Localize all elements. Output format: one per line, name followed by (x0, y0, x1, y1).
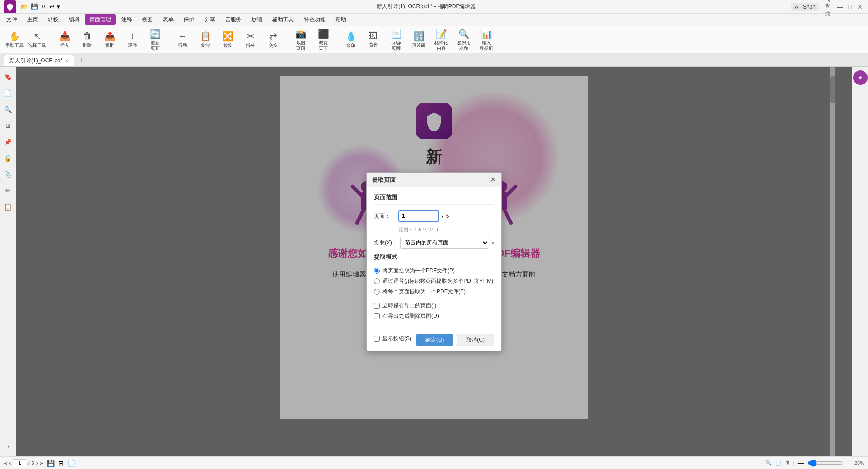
tool-insert[interactable]: 📥 插入 (54, 28, 75, 52)
tool-extract[interactable]: 📤 提取 (99, 28, 121, 52)
sidebar-search[interactable]: 🔍 (2, 103, 14, 116)
layout-icon2: ⊞ (785, 460, 789, 466)
sidebar-signs[interactable]: ✏ (2, 184, 14, 197)
next-page-btn[interactable]: › (36, 460, 38, 467)
hint-info-icon[interactable]: ℹ (436, 227, 438, 232)
extract-select[interactable]: 范围内的所有页面 奇数页面 偶数页面 (400, 237, 489, 249)
hand-icon: ✋ (9, 31, 20, 42)
confirm-btn[interactable]: 确定(O) (416, 334, 453, 346)
thumbnail-view-btn[interactable]: ⊞ (58, 460, 64, 467)
last-page-btn[interactable]: » (40, 460, 43, 467)
tool-reorder[interactable]: 🔄 重新页面 (144, 28, 166, 52)
menu-annotation[interactable]: 注释 (117, 14, 137, 25)
menu-edit[interactable]: 编辑 (64, 14, 84, 25)
tool-split[interactable]: ✂ 拆分 (240, 28, 261, 52)
sidebar-annotations[interactable]: 📌 (2, 136, 14, 148)
radio-multi-pdf-input[interactable] (374, 278, 380, 284)
zoom-out-btn[interactable]: — (798, 460, 804, 466)
tool-move[interactable]: ↔ 移动 (172, 28, 193, 52)
bates-icon: 🔢 (413, 31, 425, 42)
checkbox-show-btn-input[interactable] (374, 336, 380, 342)
save-status-btn[interactable]: 💾 (47, 460, 55, 467)
tool-select[interactable]: ↖ 选择工具 (26, 28, 48, 52)
extract-select-row: 提取(X)： 范围内的所有页面 奇数页面 偶数页面 ▾ (374, 237, 494, 249)
radio-single-pdf-input[interactable] (374, 268, 380, 274)
search-btn[interactable]: 🔍 查找 (823, 2, 832, 11)
file-open-btn[interactable]: 📂 (20, 2, 29, 11)
menu-zoom[interactable]: 放缩 (247, 14, 267, 25)
checkbox-save-immediately-input[interactable] (374, 303, 380, 309)
tool-delete[interactable]: 🗑 删除 (76, 28, 98, 52)
sidebar-attachments[interactable]: 📎 (2, 168, 14, 181)
menu-feature[interactable]: 特色功能 (299, 14, 330, 25)
format-icon: 📝 (436, 28, 447, 39)
sidebar-security[interactable]: 🔒 (2, 152, 14, 164)
tool-background[interactable]: 🖼 背景 (363, 28, 384, 52)
page-separator: / (442, 213, 443, 220)
menu-view[interactable]: 视图 (137, 14, 157, 25)
tool-data-code[interactable]: 📊 输入数据码 (476, 28, 497, 52)
menu-page-manage[interactable]: 页面管理 (85, 14, 116, 25)
tool-format[interactable]: 📝 格式化内容 (430, 28, 452, 52)
save-btn[interactable]: 💾 (30, 2, 39, 11)
tool-swap[interactable]: ⇄ 交换 (262, 28, 284, 52)
menu-assist[interactable]: 辅助工具 (268, 14, 298, 25)
extract-pages-dialog: 提取页面 ✕ 页面范围 页面： / 5 范例： 1,5-9,12 (366, 172, 502, 351)
sidebar-bookmark[interactable]: 🔖 (2, 70, 14, 83)
tool-forensic[interactable]: 🔍 鉴识用水印 (453, 28, 475, 52)
replace-icon: 🔀 (222, 31, 234, 42)
menu-protect[interactable]: 保护 (179, 14, 199, 25)
new-tab-btn[interactable]: + (76, 55, 87, 66)
close-btn[interactable]: ✕ (855, 2, 864, 11)
undo-btn[interactable]: ↩ (48, 2, 55, 11)
menu-cloud[interactable]: 云服务 (221, 14, 246, 25)
minimize-btn[interactable]: — (835, 2, 844, 11)
document-tab[interactable]: 新人引导(1)_OCR.pdf ✕ (4, 55, 74, 66)
menu-share[interactable]: 分享 (200, 14, 220, 25)
tool-watermark[interactable]: 💧 水印 (340, 28, 362, 52)
sidebar-pages[interactable]: 📄 (2, 87, 14, 99)
app-logo (4, 0, 16, 13)
checkbox-delete-after-input[interactable] (374, 313, 380, 319)
tool-replace[interactable]: 🔀 替换 (217, 28, 239, 52)
maximize-btn[interactable]: □ (845, 2, 854, 11)
current-page-input[interactable] (13, 459, 26, 467)
checkbox-show-btn-label: 显示按钮(S) (382, 335, 411, 342)
total-pages: 5 (32, 460, 34, 466)
tool-crop[interactable]: ⬛ 裁剪页面 (312, 28, 334, 52)
tool-copy[interactable]: 📋 复制 (194, 28, 216, 52)
sidebar-layers[interactable]: ⊞ (2, 119, 14, 132)
page-input[interactable] (398, 210, 439, 222)
screenshot-icon: 📸 (295, 28, 307, 39)
dialog-close-btn[interactable]: ✕ (490, 175, 496, 184)
sidebar-collapse[interactable]: › (2, 440, 14, 453)
tool-screenshot[interactable]: 📸 截图页面 (290, 28, 311, 52)
extract-label: 提取(X)： (374, 239, 397, 247)
select-icon: ↖ (33, 31, 41, 42)
titlebar: 📂 💾 🖨 ↩ ▾ 新人引导(1)_OCR.pdf * - 福昕PDF编辑器 A… (0, 0, 868, 14)
page-separator: / (28, 460, 29, 466)
sidebar-right-ai[interactable]: ✦ (853, 70, 868, 85)
zoom-in-btn[interactable]: + (847, 460, 851, 466)
tool-header-footer[interactable]: 📃 页眉/页脚 (385, 28, 407, 52)
more-btn[interactable]: ▾ (56, 2, 61, 11)
menu-convert[interactable]: 转换 (43, 14, 63, 25)
cancel-btn[interactable]: 取消(C) (457, 334, 494, 346)
tool-bates[interactable]: 🔢 贝茨码 (408, 28, 429, 52)
first-page-btn[interactable]: « (4, 460, 7, 467)
radio-each-pdf-input[interactable] (374, 289, 380, 295)
menu-home[interactable]: 主页 (23, 14, 42, 25)
menu-help[interactable]: 帮助 (331, 14, 351, 25)
dialog-body: 页面范围 页面： / 5 范例： 1,5-9,12 ℹ 提取(X)： (367, 187, 501, 329)
statusbar-left: « ‹ / 5 › » 💾 ⊞ 📄 (4, 459, 75, 467)
menu-form[interactable]: 表单 (158, 14, 178, 25)
prev-page-btn[interactable]: ‹ (9, 460, 11, 467)
sidebar-templates[interactable]: 📋 (2, 201, 14, 213)
print-btn[interactable]: 🖨 (40, 2, 47, 11)
tool-reverse[interactable]: ↕ 逆序 (122, 28, 143, 52)
tool-hand[interactable]: ✋ 手型工具 (4, 28, 25, 52)
close-tab-btn[interactable]: ✕ (65, 58, 68, 63)
zoom-slider[interactable] (807, 460, 844, 467)
menu-file[interactable]: 文件 (2, 14, 22, 25)
single-page-view-btn[interactable]: 📄 (67, 460, 75, 467)
